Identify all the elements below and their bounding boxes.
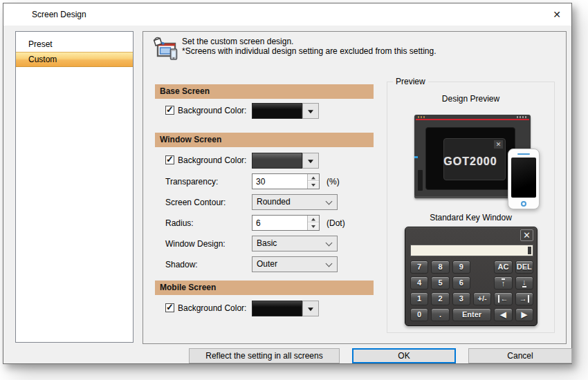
key-label: ↓ (522, 278, 526, 287)
keypad-key-5: 5 (431, 276, 449, 289)
list-item-custom[interactable]: Custom (16, 52, 133, 67)
key-label: ▶ (522, 311, 527, 319)
screen-design-dialog: Screen Design ✕ Preset Custom Set the cu… (3, 3, 572, 364)
keypad-key-4: 4 (410, 276, 428, 289)
keypad-key-9: 9 (452, 260, 470, 274)
transparency-label: Transparency: (165, 177, 218, 187)
bezel-detail (418, 170, 423, 191)
radius-spinner (252, 215, 320, 231)
key-window-title: Standard Key Window (387, 213, 554, 222)
keypad-key-6: 6 (452, 276, 470, 289)
screen-contour-value: Rounded (257, 197, 291, 207)
mobile-background-color-swatch[interactable] (252, 301, 302, 316)
keypad-key-◀: ◀ (494, 308, 512, 321)
design-preview-title: Design Preview (387, 94, 554, 104)
key-label: +/- (478, 295, 487, 303)
spinner-buttons (307, 216, 319, 230)
spin-up-icon (311, 176, 315, 179)
base-color-dropdown-button[interactable] (302, 103, 319, 119)
screen-contour-label: Screen Contour: (165, 198, 226, 208)
spin-down-button[interactable] (308, 223, 319, 230)
chevron-down-icon (326, 240, 333, 247)
keypad-key-.: . (431, 308, 449, 321)
mobile-phone-preview (508, 149, 540, 209)
keypad-key-▶: ▶ (515, 308, 533, 321)
radius-input[interactable] (252, 216, 306, 230)
transparency-spinner (252, 173, 320, 189)
preview-group: Preview Design Preview ✕ GOT2000 (387, 82, 555, 333)
keypad-key-1: 1 (410, 292, 428, 305)
chevron-down-icon (326, 260, 333, 267)
dialog-titlebar[interactable]: Screen Design ✕ (3, 3, 571, 26)
got-screen: ✕ GOT2000 (425, 127, 515, 190)
close-icon[interactable]: ✕ (548, 7, 566, 22)
window-background-color-label: Background Color: (178, 155, 246, 166)
cancel-button[interactable]: Cancel (468, 348, 572, 363)
key-label: 9 (459, 263, 463, 271)
phone-home-button (521, 201, 526, 207)
screen-contour-select[interactable]: Rounded (252, 194, 338, 210)
shadow-label: Shadow: (165, 260, 198, 270)
list-item-preset[interactable]: Preset (16, 37, 133, 52)
keypad-key-+/-: +/- (473, 292, 491, 305)
keypad-input-display (410, 245, 533, 256)
spin-up-button[interactable] (308, 216, 319, 222)
bezel-detail (517, 116, 526, 118)
keypad-key-→: → (515, 292, 533, 305)
section-header-window-screen: Window Screen (155, 133, 374, 147)
mobile-color-dropdown-button[interactable] (302, 301, 319, 316)
dropdown-arrow-icon (308, 160, 313, 163)
window-close-icon: ✕ (494, 140, 503, 149)
dropdown-arrow-icon (308, 307, 313, 311)
keypad-key-←: ← (494, 292, 512, 305)
base-background-color-swatch[interactable] (252, 103, 302, 119)
ok-button[interactable]: OK (352, 348, 456, 363)
bezel-detail (414, 156, 418, 158)
design-type-list: Preset Custom (15, 31, 134, 343)
key-label: AC (498, 263, 509, 271)
spin-down-icon (311, 225, 315, 228)
screen-design-icon (152, 36, 178, 62)
bezel-red-stripe (416, 119, 529, 120)
spin-down-icon (311, 184, 315, 187)
settings-panel: Set the custom screen design. *Screens w… (143, 31, 567, 344)
spin-up-button[interactable] (308, 174, 319, 181)
window-design-value: Basic (257, 238, 277, 248)
window-background-color-checkbox[interactable] (165, 155, 174, 164)
transparency-input[interactable] (252, 174, 306, 189)
reflect-setting-button[interactable]: Reflect the setting in all screens (189, 348, 340, 363)
key-label: DEL (517, 263, 532, 271)
key-label: ◀ (500, 311, 506, 319)
keypad-cursor (528, 247, 531, 254)
key-label: 5 (438, 279, 442, 287)
transparency-unit: (%) (327, 177, 340, 187)
window-design-select[interactable]: Basic (252, 236, 338, 251)
dialog-title: Screen Design (32, 10, 86, 19)
key-label: ↑ (502, 278, 506, 287)
keypad-keys: 789ACDEL456↑↓123+/-←→0.Enter◀▶ (410, 260, 533, 321)
keypad-key-8: 8 (431, 260, 449, 274)
window-design-label: Window Design: (165, 239, 226, 249)
keypad-close-icon: ✕ (520, 229, 533, 241)
window-color-dropdown-button[interactable] (302, 153, 319, 169)
keypad-key-DEL: DEL (515, 260, 533, 274)
phone-screen (511, 158, 536, 198)
key-label: 8 (438, 263, 442, 271)
shadow-select[interactable]: Outer (252, 256, 338, 272)
standard-key-window-preview: ✕ 789ACDEL456↑↓123+/-←→0.Enter◀▶ (405, 227, 538, 326)
spinner-buttons (307, 174, 319, 189)
shadow-value: Outer (257, 259, 277, 269)
base-background-color-checkbox[interactable] (165, 106, 174, 115)
bezel-detail (418, 116, 426, 118)
dropdown-arrow-icon (308, 110, 313, 113)
keypad-key-↑: ↑ (494, 276, 512, 289)
key-label: → (520, 295, 529, 303)
intro-line-2: *Screens with individual design setting … (182, 46, 437, 56)
window-background-color-swatch[interactable] (252, 153, 302, 169)
spin-down-button[interactable] (308, 182, 319, 189)
radius-unit: (Dot) (327, 218, 345, 229)
keypad-key-Enter: Enter (452, 308, 492, 321)
phone-speaker (517, 153, 530, 155)
mobile-background-color-checkbox[interactable] (165, 303, 174, 312)
key-label: ← (498, 295, 508, 303)
